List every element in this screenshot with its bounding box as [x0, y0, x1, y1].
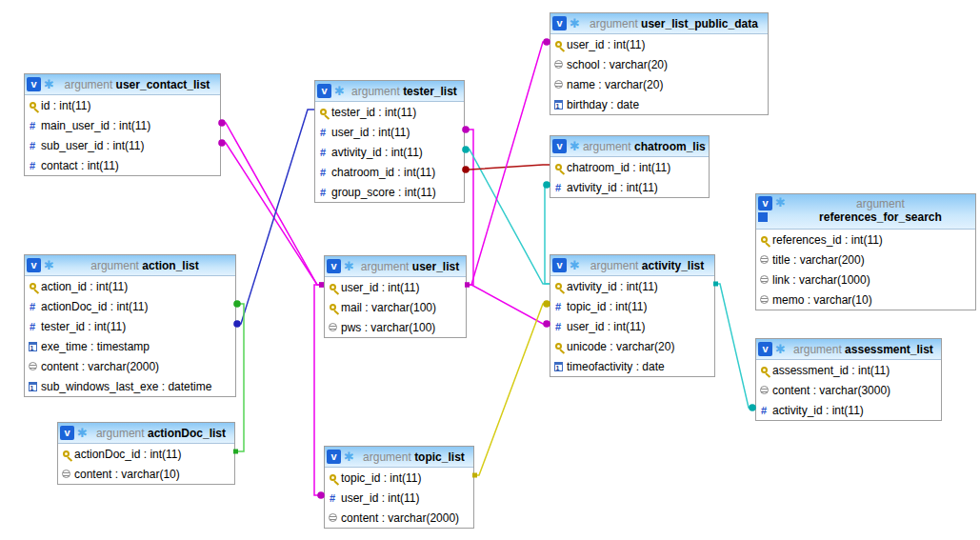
table-field-row[interactable]: memo : varchar(10)	[756, 290, 975, 310]
table-name: chatroom_list	[634, 140, 706, 153]
table-user_list[interactable]: v ✱ argument user_list user_id : int(11)…	[324, 255, 467, 338]
table-field-row[interactable]: # topic_id : int(11)	[550, 296, 714, 316]
table-field-row[interactable]: # avtivity_id : int(11)	[550, 177, 709, 197]
table-field-row[interactable]: # group_score : int(11)	[315, 182, 464, 202]
table-header[interactable]: v ✱ argument references_for_search	[756, 194, 975, 230]
field-label: user_id : int(11)	[567, 320, 645, 333]
gear-icon[interactable]: ✱	[344, 260, 354, 272]
table-header[interactable]: v ✱ argument activity_list	[550, 255, 714, 276]
table-field-row[interactable]: content : varchar(2000)	[25, 356, 235, 376]
field-label: assessment_id : int(11)	[772, 364, 890, 377]
gear-icon[interactable]: ✱	[334, 85, 345, 97]
int-field-icon: #	[27, 140, 38, 151]
relation-line	[713, 284, 755, 408]
table-header[interactable]: v ✱ argument assessment_list	[756, 339, 941, 360]
database-name: argument	[96, 427, 145, 440]
gear-icon[interactable]: ✱	[77, 427, 88, 439]
field-label: tester_id : int(11)	[331, 106, 416, 119]
gear-icon[interactable]: ✱	[344, 450, 354, 463]
table-header[interactable]: v ✱ argument user_list	[325, 256, 466, 277]
field-label: title : varchar(200)	[772, 253, 865, 267]
table-topic_list[interactable]: v ✱ argument topic_list topic_id : int(1…	[324, 446, 474, 529]
table-field-row[interactable]: pws : varchar(100)	[325, 317, 466, 337]
table-field-row[interactable]: title : varchar(200)	[756, 250, 975, 270]
table-references_for_search[interactable]: v ✱ argument references_for_search refer…	[755, 193, 976, 310]
table-header[interactable]: v ✱ argument topic_list	[325, 447, 473, 468]
table-header[interactable]: v ✱ argument actionDoc_list	[58, 423, 234, 444]
table-field-row[interactable]: # user_id : int(11)	[325, 488, 473, 508]
field-label: pws : varchar(100)	[341, 321, 435, 334]
table-header[interactable]: v ✱ argument user_contact_list	[25, 74, 220, 95]
field-label: mail : varchar(100)	[341, 301, 436, 314]
table-field-row[interactable]: content : varchar(3000)	[756, 380, 941, 400]
table-field-row[interactable]: school : varchar(20)	[550, 54, 768, 74]
table-field-row[interactable]: references_id : int(11)	[756, 230, 975, 250]
table-field-row[interactable]: user_id : int(11)	[325, 277, 466, 297]
table-assessment_list[interactable]: v ✱ argument assessment_list assessment_…	[755, 338, 942, 421]
table-field-row[interactable]: # user_id : int(11)	[315, 122, 464, 142]
designer-v-icon: v	[758, 342, 772, 356]
database-name: argument	[793, 343, 842, 356]
table-action_list[interactable]: v ✱ argument action_list action_id : int…	[24, 254, 236, 397]
text-field-icon	[552, 60, 564, 69]
table-activity_list[interactable]: v ✱ argument activity_list avtivity_id :…	[550, 254, 715, 377]
table-field-row[interactable]: mail : varchar(100)	[325, 297, 466, 317]
table-header[interactable]: v ✱ argument tester_list	[315, 81, 464, 102]
primary-key-icon	[27, 283, 38, 290]
table-field-row[interactable]: action_id : int(11)	[25, 276, 235, 296]
table-chatroom_list[interactable]: v ✱ argument chatroom_list chatroom_id :…	[550, 135, 710, 198]
table-field-row[interactable]: sub_windows_last_exe : datetime	[25, 376, 235, 396]
gear-icon[interactable]: ✱	[570, 17, 580, 30]
gear-icon[interactable]: ✱	[570, 259, 580, 271]
gear-icon[interactable]: ✱	[775, 343, 786, 355]
table-field-row[interactable]: content : varchar(2000)	[325, 508, 473, 528]
table-field-row[interactable]: # sub_user_id : int(11)	[25, 135, 220, 155]
table-header[interactable]: v ✱ argument action_list	[25, 255, 235, 276]
table-field-row[interactable]: # chatroom_id : int(11)	[315, 162, 464, 182]
table-field-row[interactable]: assessment_id : int(11)	[756, 360, 941, 380]
gear-icon[interactable]: ✱	[775, 196, 786, 209]
table-field-row[interactable]: id : int(11)	[25, 95, 220, 115]
table-field-row[interactable]: # user_id : int(11)	[550, 316, 714, 336]
date-field-icon	[552, 362, 564, 371]
int-field-icon: #	[758, 405, 770, 416]
table-field-row[interactable]: birthday : date	[550, 94, 768, 114]
primary-key-icon	[60, 450, 71, 457]
table-field-row[interactable]: content : varchar(10)	[58, 464, 234, 484]
database-name: argument	[583, 140, 631, 153]
table-header[interactable]: v ✱ argument chatroom_list	[550, 136, 709, 157]
table-field-row[interactable]: # main_user_id : int(11)	[25, 115, 220, 135]
gear-icon[interactable]: ✱	[44, 78, 54, 90]
table-field-row[interactable]: topic_id : int(11)	[325, 468, 473, 488]
table-field-row[interactable]: avtivity_id : int(11)	[550, 276, 714, 296]
table-field-row[interactable]: # contact : int(11)	[25, 155, 220, 175]
table-field-row[interactable]: actionDoc_id : int(11)	[58, 444, 234, 464]
table-field-row[interactable]: chatroom_id : int(11)	[550, 157, 709, 177]
table-field-row[interactable]: unicode : varchar(20)	[550, 336, 714, 356]
gear-icon[interactable]: ✱	[570, 140, 580, 152]
table-field-row[interactable]: name : varchar(20)	[550, 74, 768, 94]
table-field-row[interactable]: # actionDoc_id : int(11)	[25, 296, 235, 316]
date-field-icon	[27, 382, 38, 391]
table-field-row[interactable]: user_id : int(11)	[550, 34, 768, 54]
table-field-row[interactable]: tester_id : int(11)	[315, 102, 464, 122]
primary-key-icon	[552, 343, 564, 350]
int-field-icon: #	[327, 492, 338, 504]
primary-key-icon	[552, 283, 564, 290]
table-header[interactable]: v ✱ argument user_list_public_data	[550, 13, 768, 34]
table-field-row[interactable]: link : varchar(1000)	[756, 270, 975, 290]
table-field-row[interactable]: # avtivity_id : int(11)	[315, 142, 464, 162]
blue-square-icon	[758, 212, 768, 222]
relation-line	[463, 165, 550, 170]
primary-key-icon	[552, 164, 564, 170]
table-field-row[interactable]: # tester_id : int(11)	[25, 316, 235, 336]
table-field-row[interactable]: exe_time : timestamp	[25, 336, 235, 356]
table-user_contact_list[interactable]: v ✱ argument user_contact_list id : int(…	[24, 73, 221, 176]
table-field-row[interactable]: # activity_id : int(11)	[756, 400, 941, 420]
gear-icon[interactable]: ✱	[44, 259, 54, 271]
table-tester_list[interactable]: v ✱ argument tester_list tester_id : int…	[314, 80, 465, 203]
table-field-row[interactable]: timeofactivity : date	[550, 356, 714, 376]
table-actionDoc_list[interactable]: v ✱ argument actionDoc_list actionDoc_id…	[57, 422, 235, 485]
designer-v-icon: v	[27, 77, 41, 91]
table-user_list_public_data[interactable]: v ✱ argument user_list_public_data user_…	[550, 12, 769, 115]
